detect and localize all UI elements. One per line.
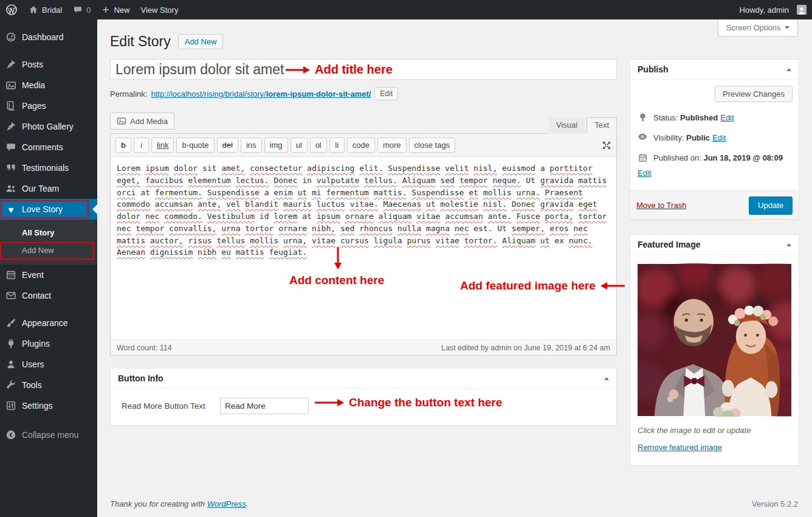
new-content-menu[interactable]: New (96, 0, 135, 19)
italic-button[interactable]: i (134, 137, 149, 153)
calendar-icon (5, 269, 17, 280)
editor-content-text: Lorem ipsum dolor sit amet, consectetur … (117, 164, 607, 257)
sidebar-item-posts[interactable]: Posts (0, 54, 97, 75)
edit-permalink-button[interactable]: Edit (374, 87, 398, 100)
img-button[interactable]: img (264, 137, 288, 153)
sidebar-item-users[interactable]: Users (0, 354, 97, 375)
update-button[interactable]: Update (749, 196, 793, 214)
sidebar-item-pages[interactable]: Pages (0, 95, 97, 116)
love-story-submenu: All Story Add New (0, 220, 97, 265)
edit-status-link[interactable]: Edit (720, 113, 734, 122)
collapse-arrow-icon (5, 429, 17, 440)
team-icon (5, 183, 17, 194)
site-name: Bridal (42, 5, 62, 15)
envelope-icon (5, 290, 17, 301)
comment-bubble-icon (73, 5, 83, 15)
del-button[interactable]: del (217, 137, 238, 153)
ol-button[interactable]: ol (310, 137, 327, 153)
wrench-icon (5, 380, 17, 390)
wordpress-logo[interactable] (0, 0, 23, 19)
featured-image-metabox: Featured Image (630, 234, 799, 466)
pushpin-icon (5, 121, 17, 132)
close-tags-button[interactable]: close tags (409, 137, 456, 153)
publish-metabox: Publish Preview Changes Status: Publishe… (630, 59, 799, 220)
comments-bubble[interactable]: 0 (67, 0, 96, 19)
sidebar-item-love-story[interactable]: ♥ Love Story (0, 199, 97, 220)
sidebar-item-media[interactable]: Media (0, 75, 97, 95)
sidebar-item-contact[interactable]: Contact (0, 285, 97, 306)
add-media-button[interactable]: Add Media (110, 113, 174, 130)
site-name-menu[interactable]: Bridal (23, 0, 67, 19)
move-to-trash-link[interactable]: Move to Trash (636, 201, 686, 210)
collapse-menu-button[interactable]: Collapse menu (0, 425, 97, 445)
button-info-header[interactable]: Button Info (111, 369, 616, 389)
remove-featured-image-link[interactable]: Remove featured image (638, 443, 722, 452)
sidebar-item-settings[interactable]: Settings (0, 395, 97, 416)
admin-footer: Thank you for creating with WordPress. V… (110, 499, 798, 508)
comment-bubble-icon (5, 142, 17, 153)
fullscreen-icon[interactable] (602, 141, 611, 150)
account-menu[interactable]: Howdy, admin (734, 0, 812, 19)
collapse-toggle-icon[interactable] (786, 241, 791, 246)
submenu-all-story[interactable]: All Story (0, 224, 97, 241)
add-new-button[interactable]: Add New (178, 34, 224, 49)
calendar-icon (638, 153, 647, 162)
footer-thanks: Thank you for creating with WordPress. (110, 499, 249, 508)
sidebar-item-comments[interactable]: Comments (0, 137, 97, 158)
sidebar-item-dashboard[interactable]: Dashboard (0, 27, 97, 47)
link-button[interactable]: link (151, 137, 174, 153)
read-more-text-input[interactable] (220, 398, 309, 414)
blockquote-button[interactable]: b-quote (176, 137, 214, 153)
eye-icon (638, 133, 647, 141)
sidebar-item-testimonials[interactable]: Testimonials (0, 158, 97, 178)
admin-bar-right: Howdy, admin (734, 0, 812, 19)
pages-icon (5, 100, 17, 111)
collapse-toggle-icon[interactable] (786, 66, 791, 71)
media-icon (5, 80, 17, 91)
permalink-row: Permalink: http://localhost/rising/brida… (110, 86, 617, 101)
avatar (797, 5, 807, 15)
permalink-label: Permalink: (110, 89, 147, 99)
featured-image-header[interactable]: Featured Image (630, 235, 799, 255)
edit-visibility-link[interactable]: Edit (712, 133, 726, 142)
visibility-row: Visibility: PublicEdit (636, 128, 793, 148)
sidebar-item-tools[interactable]: Tools (0, 375, 97, 395)
bold-button[interactable]: b (115, 137, 131, 153)
howdy-text: Howdy, admin (740, 5, 789, 15)
editor-mode-tabs: Visual Text (549, 117, 617, 134)
ul-button[interactable]: ul (291, 137, 308, 153)
more-button[interactable]: more (377, 137, 407, 153)
sidebar-item-our-team[interactable]: Our Team (0, 178, 97, 199)
user-icon (5, 359, 17, 370)
tab-visual[interactable]: Visual (549, 117, 585, 134)
status-row: Status: PublishedEdit (636, 108, 793, 128)
edit-published-date-link[interactable]: Edit (638, 168, 783, 179)
post-title-input[interactable] (110, 59, 617, 80)
collapse-toggle-icon[interactable] (604, 375, 609, 380)
sidebar-item-photo-gallery[interactable]: Photo Gallery (0, 116, 97, 137)
ins-button[interactable]: ins (241, 137, 262, 153)
heart-icon: ♥ (5, 205, 17, 214)
editor-content-textarea[interactable]: Lorem ipsum dolor sit amet, consectetur … (111, 157, 616, 339)
dashboard-icon (5, 32, 17, 43)
view-story-link[interactable]: View Story (136, 0, 184, 19)
code-button[interactable]: code (347, 137, 375, 153)
media-icon (117, 116, 126, 126)
sidebar-item-plugins[interactable]: Plugins (0, 333, 97, 354)
screen-options-tab[interactable]: Screen Options (718, 19, 798, 36)
publish-header[interactable]: Publish (630, 60, 799, 80)
preview-changes-button[interactable]: Preview Changes (715, 86, 793, 102)
main-content: Edit Story Add New Permalink: http://loc… (110, 19, 617, 426)
li-button[interactable]: li (329, 137, 345, 153)
submenu-add-new[interactable]: Add New (0, 241, 97, 259)
home-icon (29, 5, 38, 15)
permalink-link[interactable]: http://localhost/rising/bridal/story/lor… (151, 89, 371, 99)
wordpress-link[interactable]: WordPress (207, 499, 246, 508)
featured-image-photo[interactable] (638, 263, 791, 417)
sidebar-item-event[interactable]: Event (0, 265, 97, 285)
pin-icon (638, 113, 647, 122)
sidebar-item-appearance[interactable]: Appearance (0, 313, 97, 333)
tab-text[interactable]: Text (587, 117, 617, 134)
button-info-metabox: Button Info Read More Button Text (110, 368, 617, 426)
publish-footer: Move to Trash Update (630, 190, 799, 219)
